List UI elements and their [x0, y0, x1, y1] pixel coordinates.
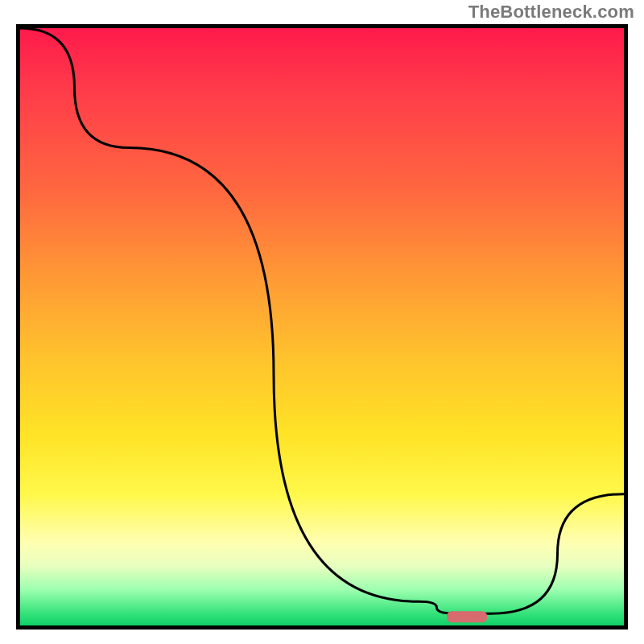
optimal-marker: [447, 611, 487, 622]
plot-area: [16, 24, 628, 630]
chart-svg: [20, 28, 624, 625]
watermark-text: TheBottleneck.com: [469, 2, 634, 23]
bottleneck-curve-line: [20, 28, 624, 613]
